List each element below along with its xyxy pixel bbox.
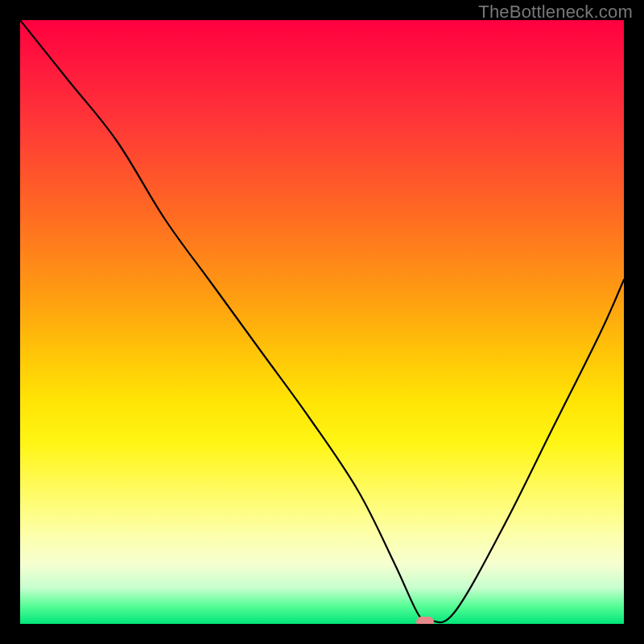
plot-area (20, 20, 624, 624)
watermark-text: TheBottleneck.com (478, 2, 633, 23)
bottleneck-curve (20, 20, 624, 624)
chart-frame: TheBottleneck.com (0, 0, 644, 644)
optimum-marker (416, 617, 434, 624)
